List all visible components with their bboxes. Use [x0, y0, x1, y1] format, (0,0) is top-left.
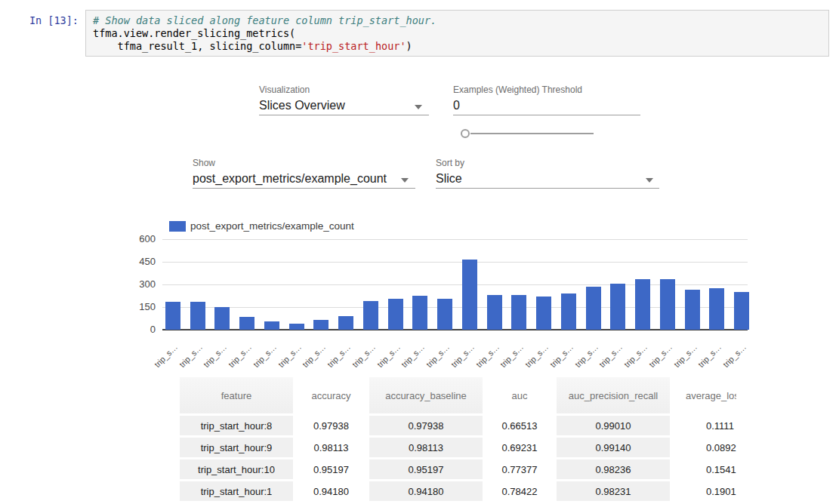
- header-cell-average_los: average_los: [672, 377, 736, 413]
- y-tick-label: 300: [125, 278, 156, 290]
- bar: [363, 301, 378, 330]
- table-row: trip_start_hour:90.981130.981130.692310.…: [180, 438, 736, 457]
- x-tick-label: trip_s…: [588, 343, 624, 379]
- threshold-input[interactable]: 0: [453, 99, 460, 112]
- show-label: Show: [193, 158, 215, 168]
- header-cell-accuracy_baseline: accuracy_baseline: [369, 377, 483, 413]
- chevron-down-icon[interactable]: [401, 178, 409, 183]
- table-cell: 0.69231: [485, 438, 554, 457]
- bar: [190, 302, 205, 330]
- bar: [487, 295, 502, 330]
- metrics-table-wrap: featureaccuracyaccuracy_baselineaucauc_p…: [177, 375, 736, 504]
- threshold-slider-handle[interactable]: [461, 129, 470, 138]
- x-tick-label: trip_s…: [464, 343, 501, 379]
- y-tick-label: 600: [125, 233, 156, 244]
- threshold-underline: [453, 115, 640, 115]
- slices-bar-chart: post_export_metrics/example_count 015030…: [0, 0, 839, 377]
- gridline: [162, 239, 748, 240]
- table-row: trip_start_hour:100.951970.951970.773770…: [180, 459, 736, 479]
- sort-by-underline: [436, 188, 659, 189]
- header-cell-auc_precision_recall: auc_precision_recall: [557, 377, 670, 413]
- table-cell: 0.1111: [672, 416, 736, 435]
- bar: [214, 307, 230, 330]
- bar: [412, 296, 427, 330]
- metrics-table: featureaccuracyaccuracy_baselineaucauc_p…: [177, 375, 736, 503]
- sort-by-label: Sort by: [436, 158, 464, 168]
- gridline: [162, 262, 748, 263]
- bar: [610, 284, 625, 330]
- show-dropdown[interactable]: post_export_metrics/example_count: [193, 172, 387, 186]
- code-line-3: tfma_result_1, slicing_column='trip_star…: [93, 40, 822, 53]
- bar: [586, 287, 601, 330]
- x-tick-label: trip_s…: [538, 343, 575, 379]
- bar: [635, 279, 650, 330]
- threshold-slider-track[interactable]: [470, 133, 594, 134]
- table-cell: 0.98236: [557, 459, 670, 479]
- x-tick-label: trip_s…: [440, 343, 476, 379]
- table-cell: 0.98231: [557, 481, 670, 501]
- y-tick-label: 0: [125, 324, 156, 335]
- table-cell: 0.77377: [485, 459, 554, 479]
- x-tick-label: trip_s…: [563, 343, 600, 379]
- table-cell: 0.94180: [369, 481, 483, 501]
- bar: [561, 293, 576, 330]
- x-tick-label: trip_s…: [390, 343, 427, 379]
- header-cell-auc: auc: [485, 377, 554, 413]
- table-header-row: featureaccuracyaccuracy_baselineaucauc_p…: [180, 377, 736, 413]
- table-row: trip_start_hour:80.979380.979380.665130.…: [180, 416, 736, 435]
- table-cell: 0.98113: [369, 438, 483, 457]
- x-tick-label: trip_s…: [711, 343, 748, 379]
- x-tick-label: trip_s…: [341, 343, 377, 379]
- x-tick-label: trip_s…: [143, 343, 179, 379]
- bar: [388, 299, 403, 330]
- table-cell: 0.66513: [485, 416, 554, 435]
- table-cell: 0.0892: [672, 438, 736, 457]
- threshold-label: Examples (Weighted) Threshold: [453, 85, 582, 95]
- gridline: [162, 329, 748, 330]
- bar: [338, 316, 353, 330]
- table-cell: trip_start_hour:1: [180, 481, 293, 501]
- table-cell: 0.99010: [557, 416, 670, 435]
- bar: [462, 260, 477, 330]
- x-tick-label: trip_s…: [662, 343, 699, 379]
- x-tick-label: trip_s…: [489, 343, 526, 379]
- bar: [511, 295, 526, 330]
- bar: [264, 321, 279, 330]
- x-tick-label: trip_s…: [612, 343, 649, 379]
- x-tick-label: trip_s…: [637, 343, 674, 379]
- table-cell: 0.1901: [672, 481, 736, 501]
- visualization-dropdown[interactable]: Slices Overview: [259, 99, 345, 112]
- bar: [165, 302, 180, 330]
- bar: [685, 290, 700, 330]
- table-cell: 0.1541: [672, 459, 736, 479]
- bar: [536, 297, 551, 330]
- table-cell: trip_start_hour:9: [180, 438, 293, 457]
- cell-prompt: In [13]:: [15, 14, 79, 26]
- code-comment-line: # Show data sliced along feature column …: [93, 14, 822, 27]
- x-tick-label: trip_s…: [168, 343, 204, 379]
- x-tick-label: trip_s…: [242, 343, 278, 379]
- code-cell[interactable]: # Show data sliced along feature column …: [85, 10, 829, 57]
- table-row: trip_start_hour:10.941800.941800.784220.…: [180, 481, 736, 501]
- chevron-down-icon[interactable]: [646, 178, 653, 183]
- bar: [313, 320, 329, 330]
- x-tick-label: trip_s…: [267, 343, 303, 379]
- x-tick-label: trip_s…: [366, 343, 402, 379]
- bar: [289, 324, 304, 330]
- notebook-screen: In [13]: # Show data sliced along featur…: [0, 0, 839, 504]
- table-cell: 0.97938: [295, 416, 367, 435]
- show-underline: [193, 188, 415, 189]
- legend-swatch: [169, 221, 186, 232]
- sort-by-dropdown[interactable]: Slice: [436, 172, 462, 186]
- visualization-underline: [259, 115, 429, 115]
- x-tick-label: trip_s…: [291, 343, 328, 379]
- y-tick-label: 150: [125, 301, 156, 312]
- x-tick-label: trip_s…: [415, 343, 451, 379]
- x-tick-label: trip_s…: [316, 343, 352, 379]
- visualization-label: Visualization: [259, 85, 310, 95]
- legend-label: post_export_metrics/example_count: [190, 220, 354, 232]
- x-tick-label: trip_s…: [686, 343, 723, 379]
- chevron-down-icon[interactable]: [415, 105, 422, 109]
- table-cell: 0.98113: [295, 438, 367, 457]
- x-tick-label: trip_s…: [193, 343, 229, 379]
